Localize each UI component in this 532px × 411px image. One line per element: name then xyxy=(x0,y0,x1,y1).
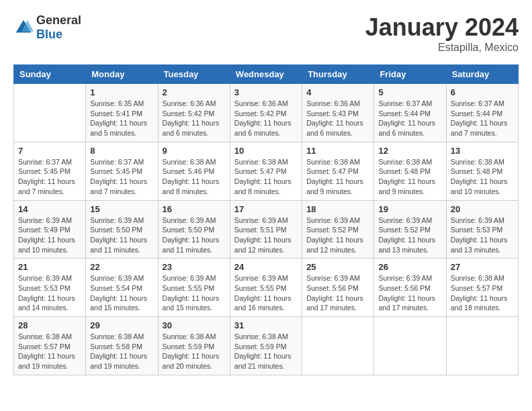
day-detail: Sunrise: 6:38 AM Sunset: 5:46 PM Dayligh… xyxy=(163,157,226,197)
calendar-table: SundayMondayTuesdayWednesdayThursdayFrid… xyxy=(13,64,519,375)
day-number: 27 xyxy=(451,262,514,272)
logo: General Blue xyxy=(13,13,81,42)
day-detail: Sunrise: 6:38 AM Sunset: 5:57 PM Dayligh… xyxy=(18,332,81,371)
calendar-cell: 10Sunrise: 6:38 AM Sunset: 5:47 PM Dayli… xyxy=(230,142,302,200)
weekday-monday: Monday xyxy=(86,65,158,84)
day-number: 18 xyxy=(306,204,369,214)
day-detail: Sunrise: 6:38 AM Sunset: 5:59 PM Dayligh… xyxy=(234,332,298,371)
day-number: 1 xyxy=(90,87,153,97)
calendar-cell: 17Sunrise: 6:39 AM Sunset: 5:51 PM Dayli… xyxy=(230,200,302,259)
logo-blue-text: Blue xyxy=(36,28,81,42)
calendar-cell: 22Sunrise: 6:39 AM Sunset: 5:54 PM Dayli… xyxy=(86,259,158,317)
calendar-cell: 27Sunrise: 6:38 AM Sunset: 5:57 PM Dayli… xyxy=(446,259,518,317)
day-detail: Sunrise: 6:35 AM Sunset: 5:41 PM Dayligh… xyxy=(90,99,153,138)
day-detail: Sunrise: 6:39 AM Sunset: 5:52 PM Dayligh… xyxy=(378,216,441,255)
day-detail: Sunrise: 6:38 AM Sunset: 5:58 PM Dayligh… xyxy=(90,332,153,371)
day-number: 5 xyxy=(378,87,441,97)
calendar-cell xyxy=(446,317,518,375)
week-row-3: 14Sunrise: 6:39 AM Sunset: 5:49 PM Dayli… xyxy=(14,200,519,259)
day-number: 22 xyxy=(90,262,153,272)
day-number: 15 xyxy=(90,204,153,214)
week-row-5: 28Sunrise: 6:38 AM Sunset: 5:57 PM Dayli… xyxy=(14,317,519,375)
day-number: 25 xyxy=(306,262,369,272)
day-number: 4 xyxy=(306,87,369,97)
weekday-sunday: Sunday xyxy=(14,65,86,84)
day-number: 19 xyxy=(378,204,441,214)
calendar-cell: 16Sunrise: 6:39 AM Sunset: 5:50 PM Dayli… xyxy=(158,200,230,259)
calendar-cell: 19Sunrise: 6:39 AM Sunset: 5:52 PM Dayli… xyxy=(374,200,446,259)
day-detail: Sunrise: 6:38 AM Sunset: 5:48 PM Dayligh… xyxy=(378,157,441,197)
day-detail: Sunrise: 6:38 AM Sunset: 5:57 PM Dayligh… xyxy=(451,273,514,313)
day-detail: Sunrise: 6:39 AM Sunset: 5:53 PM Dayligh… xyxy=(451,216,514,255)
calendar-cell: 11Sunrise: 6:38 AM Sunset: 5:47 PM Dayli… xyxy=(302,142,374,200)
day-number: 10 xyxy=(234,146,298,156)
weekday-friday: Friday xyxy=(374,65,446,84)
day-detail: Sunrise: 6:36 AM Sunset: 5:43 PM Dayligh… xyxy=(306,99,369,138)
week-row-4: 21Sunrise: 6:39 AM Sunset: 5:53 PM Dayli… xyxy=(14,259,519,317)
day-detail: Sunrise: 6:37 AM Sunset: 5:45 PM Dayligh… xyxy=(90,157,153,197)
calendar-cell: 29Sunrise: 6:38 AM Sunset: 5:58 PM Dayli… xyxy=(86,317,158,375)
calendar-cell: 6Sunrise: 6:37 AM Sunset: 5:44 PM Daylig… xyxy=(446,84,518,142)
weekday-header-row: SundayMondayTuesdayWednesdayThursdayFrid… xyxy=(14,65,519,84)
month-title: January 2024 xyxy=(365,13,519,42)
calendar-cell xyxy=(302,317,374,375)
day-number: 24 xyxy=(234,262,298,272)
day-detail: Sunrise: 6:39 AM Sunset: 5:49 PM Dayligh… xyxy=(18,216,81,255)
calendar-cell: 1Sunrise: 6:35 AM Sunset: 5:41 PM Daylig… xyxy=(86,84,158,142)
day-detail: Sunrise: 6:39 AM Sunset: 5:56 PM Dayligh… xyxy=(306,273,369,313)
day-detail: Sunrise: 6:39 AM Sunset: 5:55 PM Dayligh… xyxy=(234,273,298,313)
week-row-2: 7Sunrise: 6:37 AM Sunset: 5:45 PM Daylig… xyxy=(14,142,519,200)
calendar-cell xyxy=(14,84,86,142)
calendar-cell: 3Sunrise: 6:36 AM Sunset: 5:42 PM Daylig… xyxy=(230,84,302,142)
day-detail: Sunrise: 6:39 AM Sunset: 5:56 PM Dayligh… xyxy=(378,273,441,313)
day-number: 31 xyxy=(234,320,298,330)
calendar-cell: 24Sunrise: 6:39 AM Sunset: 5:55 PM Dayli… xyxy=(230,259,302,317)
logo-general-text: General xyxy=(36,13,81,28)
calendar-cell: 26Sunrise: 6:39 AM Sunset: 5:56 PM Dayli… xyxy=(374,259,446,317)
day-detail: Sunrise: 6:39 AM Sunset: 5:54 PM Dayligh… xyxy=(90,273,153,313)
calendar-cell: 20Sunrise: 6:39 AM Sunset: 5:53 PM Dayli… xyxy=(446,200,518,259)
calendar-cell: 14Sunrise: 6:39 AM Sunset: 5:49 PM Dayli… xyxy=(14,200,86,259)
day-number: 14 xyxy=(18,204,81,214)
day-detail: Sunrise: 6:38 AM Sunset: 5:47 PM Dayligh… xyxy=(306,157,369,197)
calendar-cell: 25Sunrise: 6:39 AM Sunset: 5:56 PM Dayli… xyxy=(302,259,374,317)
day-number: 20 xyxy=(451,204,514,214)
calendar-cell: 28Sunrise: 6:38 AM Sunset: 5:57 PM Dayli… xyxy=(14,317,86,375)
day-detail: Sunrise: 6:38 AM Sunset: 5:59 PM Dayligh… xyxy=(163,332,226,371)
calendar-cell: 13Sunrise: 6:38 AM Sunset: 5:48 PM Dayli… xyxy=(446,142,518,200)
calendar-body: 1Sunrise: 6:35 AM Sunset: 5:41 PM Daylig… xyxy=(14,84,519,375)
calendar-cell: 23Sunrise: 6:39 AM Sunset: 5:55 PM Dayli… xyxy=(158,259,230,317)
title-block: January 2024 Estapilla, Mexico xyxy=(365,13,519,54)
calendar-cell: 31Sunrise: 6:38 AM Sunset: 5:59 PM Dayli… xyxy=(230,317,302,375)
day-detail: Sunrise: 6:39 AM Sunset: 5:52 PM Dayligh… xyxy=(306,216,369,255)
day-detail: Sunrise: 6:39 AM Sunset: 5:50 PM Dayligh… xyxy=(163,216,226,255)
day-detail: Sunrise: 6:36 AM Sunset: 5:42 PM Dayligh… xyxy=(234,99,298,138)
day-number: 17 xyxy=(234,204,298,214)
location: Estapilla, Mexico xyxy=(365,42,519,54)
day-number: 28 xyxy=(18,320,81,330)
logo-text: General Blue xyxy=(36,13,81,42)
day-number: 8 xyxy=(90,146,153,156)
weekday-saturday: Saturday xyxy=(446,65,518,84)
day-number: 9 xyxy=(163,146,226,156)
day-number: 11 xyxy=(306,146,369,156)
day-number: 13 xyxy=(451,146,514,156)
calendar-cell xyxy=(374,317,446,375)
calendar-cell: 9Sunrise: 6:38 AM Sunset: 5:46 PM Daylig… xyxy=(158,142,230,200)
calendar-cell: 18Sunrise: 6:39 AM Sunset: 5:52 PM Dayli… xyxy=(302,200,374,259)
day-number: 6 xyxy=(451,87,514,97)
weekday-wednesday: Wednesday xyxy=(230,65,302,84)
day-number: 12 xyxy=(378,146,441,156)
day-detail: Sunrise: 6:36 AM Sunset: 5:42 PM Dayligh… xyxy=(163,99,226,138)
day-detail: Sunrise: 6:37 AM Sunset: 5:44 PM Dayligh… xyxy=(451,99,514,138)
day-detail: Sunrise: 6:39 AM Sunset: 5:53 PM Dayligh… xyxy=(18,273,81,313)
weekday-thursday: Thursday xyxy=(302,65,374,84)
day-number: 29 xyxy=(90,320,153,330)
day-detail: Sunrise: 6:39 AM Sunset: 5:51 PM Dayligh… xyxy=(234,216,298,255)
day-detail: Sunrise: 6:39 AM Sunset: 5:55 PM Dayligh… xyxy=(163,273,226,313)
day-number: 3 xyxy=(234,87,298,97)
week-row-1: 1Sunrise: 6:35 AM Sunset: 5:41 PM Daylig… xyxy=(14,84,519,142)
day-number: 26 xyxy=(378,262,441,272)
calendar-cell: 4Sunrise: 6:36 AM Sunset: 5:43 PM Daylig… xyxy=(302,84,374,142)
calendar-cell: 21Sunrise: 6:39 AM Sunset: 5:53 PM Dayli… xyxy=(14,259,86,317)
